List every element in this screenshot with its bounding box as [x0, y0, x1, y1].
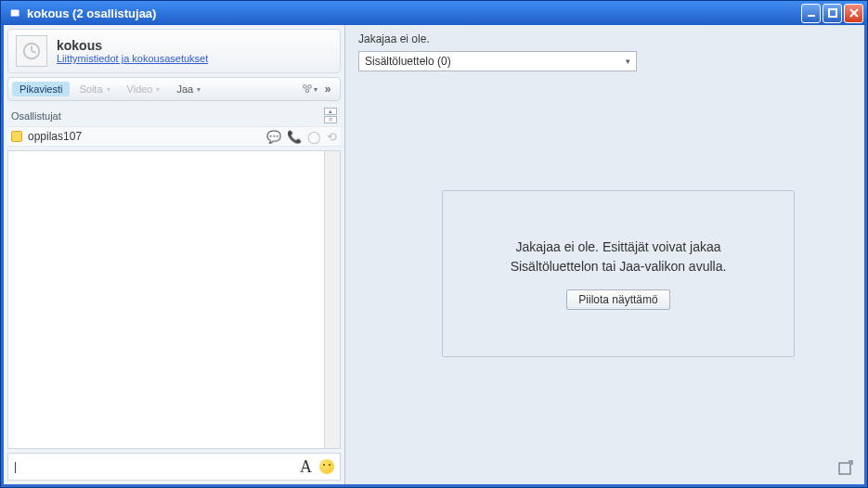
tab-im[interactable]: Pikaviesti: [12, 82, 70, 96]
maximize-button[interactable]: [823, 4, 842, 23]
participants-expand-controls: ▴ ≡: [324, 108, 337, 123]
placeholder-line1: Jakajaa ei ole. Esittäjät voivat jakaa: [515, 239, 720, 254]
tab-video-label: Video: [127, 83, 153, 95]
chevron-down-icon: ▾: [626, 57, 630, 66]
hide-stage-button[interactable]: Piilota näyttämö: [566, 289, 669, 310]
stage-area: Jakajaa ei ole. Esittäjät voivat jakaa S…: [358, 79, 851, 475]
close-button[interactable]: [844, 4, 863, 23]
minimize-button[interactable]: [801, 4, 821, 23]
placeholder-line2: Sisältöluettelon tai Jaa-valikon avulla.: [511, 259, 727, 274]
share-status-text: Jakajaa ei ole.: [358, 32, 851, 45]
svg-rect-0: [11, 10, 19, 17]
participant-name: oppilas107: [28, 130, 82, 143]
conversation-title-block: kokous Liittymistiedot ja kokousasetukse…: [57, 38, 208, 64]
participants-header: Osallistujat ▴ ≡: [7, 105, 341, 126]
svg-rect-3: [829, 9, 836, 17]
tab-share-label: Jaa: [176, 83, 193, 95]
chevron-down-icon: ▾: [197, 85, 201, 94]
participants-label: Osallistujat: [11, 110, 61, 122]
chevron-down-icon: ▾: [107, 85, 110, 94]
svg-line-8: [32, 51, 36, 53]
share-icon[interactable]: ⟲: [327, 130, 337, 144]
fullscreen-icon[interactable]: [836, 460, 853, 477]
chevron-down-icon: ▾: [156, 85, 160, 94]
left-panel: kokous Liittymistiedot ja kokousasetukse…: [4, 25, 345, 484]
tab-im-label: Pikaviesti: [19, 83, 62, 95]
window-title: kokous (2 osallistujaa): [27, 6, 801, 20]
meeting-settings-link[interactable]: Liittymistiedot ja kokousasetukset: [57, 53, 208, 64]
people-options-icon[interactable]: ▾: [301, 81, 317, 97]
content-list-dropdown[interactable]: Sisältöluettelo (0) ▾: [358, 51, 637, 71]
text-caret: |: [14, 460, 17, 473]
participant-row[interactable]: oppilas107 💬 📞 ◯ ⟲: [7, 126, 341, 147]
message-input-row: | A: [7, 453, 341, 481]
titlebar: kokous (2 osallistujaa): [1, 1, 867, 25]
conversation-history: [7, 150, 341, 449]
conversation-scroll-area[interactable]: [8, 151, 340, 448]
emoji-button[interactable]: [319, 459, 334, 474]
participant-actions: 💬 📞 ◯ ⟲: [266, 130, 337, 144]
tab-call[interactable]: Soita▾: [71, 82, 117, 96]
placeholder-text: Jakajaa ei ole. Esittäjät voivat jakaa S…: [492, 238, 745, 276]
expand-down-button[interactable]: ≡: [324, 116, 337, 123]
conversation-name: kokous: [57, 38, 208, 53]
svg-rect-12: [839, 463, 850, 474]
im-icon[interactable]: 💬: [266, 130, 281, 144]
svg-point-1: [13, 10, 15, 12]
content-list-label: Sisältöluettelo (0): [365, 55, 451, 68]
presence-icon: [11, 131, 22, 142]
message-input[interactable]: [20, 460, 300, 473]
phone-icon[interactable]: 📞: [287, 130, 302, 144]
video-icon[interactable]: ◯: [307, 130, 321, 144]
conversation-toolbar: Pikaviesti Soita▾ Video▾ Jaa▾ ▾ »: [7, 77, 341, 101]
avatar: [16, 35, 47, 67]
app-icon: [8, 6, 23, 20]
tab-video[interactable]: Video▾: [120, 82, 168, 96]
font-format-button[interactable]: A: [300, 457, 312, 477]
meeting-window: kokous (2 osallistujaa) kokous Liittymis…: [0, 0, 868, 488]
stage-panel: Jakajaa ei ole. Sisältöluettelo (0) ▾ Ja…: [345, 25, 864, 484]
tab-share[interactable]: Jaa▾: [169, 82, 208, 96]
svg-point-10: [308, 85, 312, 89]
stage-placeholder: Jakajaa ei ole. Esittäjät voivat jakaa S…: [442, 190, 795, 357]
tab-call-label: Soita: [79, 83, 102, 95]
collapse-up-button[interactable]: ▴: [324, 108, 337, 115]
window-controls: [801, 4, 863, 23]
overflow-icon[interactable]: »: [319, 81, 336, 97]
conversation-header: kokous Liittymistiedot ja kokousasetukse…: [7, 29, 341, 73]
svg-point-9: [304, 85, 307, 89]
content-area: kokous Liittymistiedot ja kokousasetukse…: [4, 25, 864, 484]
svg-point-11: [305, 89, 309, 93]
